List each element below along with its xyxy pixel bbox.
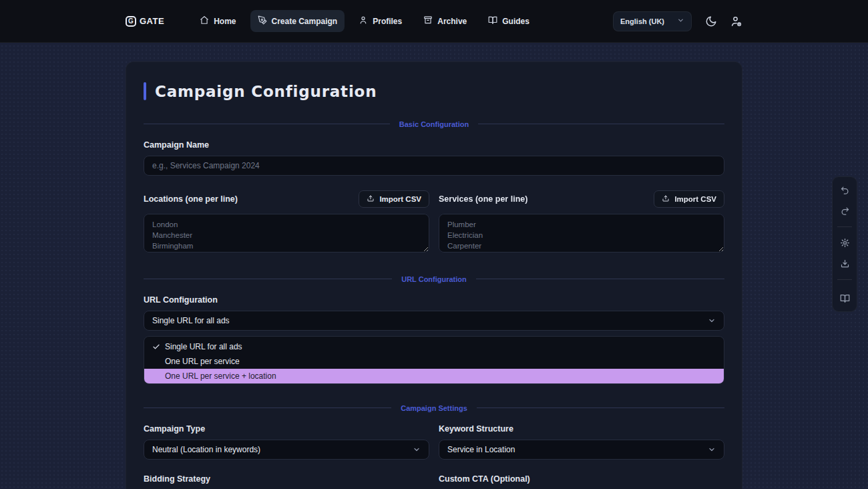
custom-cta-label: Custom CTA (Optional) [439,474,724,484]
services-import-csv-button[interactable]: Import CSV [654,190,724,208]
language-value: English (UK) [620,17,664,25]
nav-item-guides[interactable]: Guides [481,10,537,32]
section-divider-settings: Campaign Settings [144,401,724,414]
option-label: One URL per service [165,357,240,366]
chevron-down-icon [708,446,716,454]
option-label: One URL per service + location [165,371,276,381]
logo-icon: G [126,16,136,27]
import-csv-label: Import CSV [674,195,716,203]
bidding-strategy-label: Bidding Strategy [144,474,429,484]
nav-item-label: Guides [502,17,529,26]
campaign-configuration-card: Campaign Configuration Basic Configurati… [126,61,742,489]
nav-item-label: Archive [437,17,467,26]
brand-logo[interactable]: G GATE [126,16,164,27]
undo-icon [840,185,850,195]
toolbar-divider [837,279,852,280]
chevron-down-icon [413,446,421,454]
book-icon [488,15,497,27]
upload-icon [662,194,670,204]
redo-button[interactable] [840,206,850,216]
locations-textarea[interactable] [144,214,429,253]
chevron-down-icon [708,317,716,325]
chevron-down-icon [677,17,684,25]
settings-button[interactable] [840,238,850,248]
campaign-name-label: Campaign Name [144,140,724,150]
user-gear-icon [730,15,742,27]
campaign-type-label: Campaign Type [144,424,429,434]
url-configuration-value: Single URL for all ads [152,316,230,325]
bidding-strategy-field: Bidding Strategy Manual CPC [144,474,429,489]
language-select[interactable]: English (UK) [613,11,692,31]
section-divider-url: URL Configuration [144,273,724,285]
home-icon [200,15,209,27]
url-option-per-service-location[interactable]: One URL per service + location [144,369,724,383]
nav-item-home[interactable]: Home [192,10,243,32]
url-configuration-label: URL Configuration [144,295,724,305]
page-title: Campaign Configuration [144,82,724,100]
top-navbar: G GATE Home Create Campaign Profiles Arc… [0,0,868,43]
services-label: Services (one per line) [439,194,527,204]
url-configuration-select[interactable]: Single URL for all ads [144,311,724,331]
custom-cta-field: Custom CTA (Optional) Auto-generated if … [439,474,724,489]
moon-icon [705,15,717,27]
import-csv-label: Import CSV [379,195,421,203]
upload-icon [367,194,375,204]
account-settings-button[interactable] [730,15,742,27]
campaign-type-value: Neutral (Location in keywords) [152,445,260,454]
locations-import-csv-button[interactable]: Import CSV [359,190,429,208]
nav-item-archive[interactable]: Archive [416,10,474,32]
download-button[interactable] [840,259,850,269]
undo-button[interactable] [840,185,850,195]
section-divider-label: Campaign Settings [391,404,477,412]
services-column: Services (one per line) Import CSV [439,190,724,255]
services-textarea[interactable] [439,214,724,253]
nav-item-create-campaign[interactable]: Create Campaign [250,10,345,32]
option-label: Single URL for all ads [165,342,242,351]
title-accent-bar [144,82,146,100]
keyword-structure-select[interactable]: Service in Location [439,440,724,460]
nav-item-label: Profiles [373,17,402,26]
download-icon [840,259,850,269]
url-option-single[interactable]: Single URL for all ads [144,339,724,354]
nav-item-profiles[interactable]: Profiles [351,10,409,32]
side-toolbar [832,176,857,312]
redo-icon [840,206,850,216]
pen-tool-icon [258,15,267,27]
nav-item-label: Home [214,17,236,26]
book-icon [840,293,850,303]
keyword-structure-label: Keyword Structure [439,424,724,434]
page-title-text: Campaign Configuration [155,83,377,100]
campaign-type-select[interactable]: Neutral (Location in keywords) [144,440,429,460]
campaign-name-input[interactable] [144,156,724,176]
url-configuration-dropdown: Single URL for all ads One URL per servi… [144,336,724,384]
keyword-structure-value: Service in Location [447,445,515,454]
section-divider-label: Basic Configuration [390,120,479,128]
keyword-structure-field: Keyword Structure Service in Location [439,424,724,460]
docs-button[interactable] [840,293,850,303]
nav-item-label: Create Campaign [272,17,338,26]
archive-icon [423,15,433,27]
locations-label: Locations (one per line) [144,194,238,204]
section-divider-label: URL Configuration [392,275,476,283]
check-icon [152,343,165,351]
url-option-per-service[interactable]: One URL per service [144,354,724,369]
locations-column: Locations (one per line) Import CSV [144,190,429,255]
dark-mode-toggle[interactable] [705,15,717,27]
toolbar-divider [837,226,852,227]
brand-name: GATE [140,16,164,26]
gear-icon [840,238,850,248]
person-icon [359,15,368,27]
section-divider-basic: Basic Configuration [144,118,724,130]
campaign-type-field: Campaign Type Neutral (Location in keywo… [144,424,429,460]
main-nav: Home Create Campaign Profiles Archive Gu… [192,10,537,32]
